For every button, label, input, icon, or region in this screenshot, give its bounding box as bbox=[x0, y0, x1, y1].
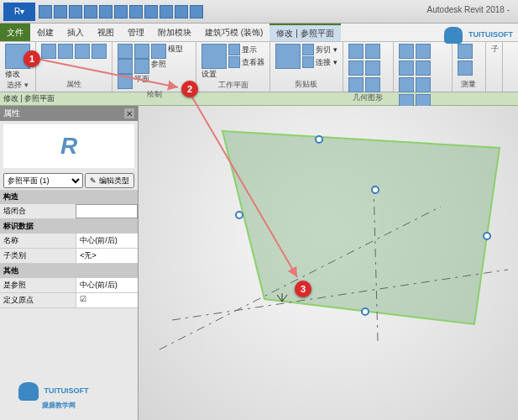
join-icon[interactable] bbox=[302, 56, 314, 68]
qat-section-icon[interactable] bbox=[160, 5, 173, 18]
ribbon-group-geom: 几何图形 bbox=[343, 42, 394, 92]
measure-icon-2[interactable] bbox=[458, 60, 473, 76]
qat-3d-icon[interactable] bbox=[144, 5, 158, 18]
grip-right[interactable] bbox=[484, 233, 490, 239]
qat-redo-icon[interactable] bbox=[84, 5, 97, 18]
ribbon-group-geom-label: 几何图形 bbox=[348, 92, 388, 103]
ribbon-group-sub: 子 bbox=[486, 42, 503, 92]
ribbon-group-workplane-label: 工作平面 bbox=[201, 80, 264, 91]
ribbon-group-measure: 测量 bbox=[453, 42, 486, 92]
geom-icon-2[interactable] bbox=[365, 44, 380, 59]
qat-print-icon[interactable] bbox=[99, 5, 112, 18]
circle-tool-icon[interactable] bbox=[151, 44, 166, 59]
geom-icon-5[interactable] bbox=[348, 77, 364, 92]
mod-icon-4[interactable] bbox=[416, 60, 431, 76]
paste-icon[interactable] bbox=[275, 44, 301, 69]
props-icon-2[interactable] bbox=[58, 44, 73, 59]
wallclosure-input[interactable] bbox=[76, 204, 138, 218]
set-plane-icon[interactable] bbox=[201, 44, 227, 69]
measure-icon-1[interactable] bbox=[458, 44, 473, 59]
qat-save-icon[interactable] bbox=[54, 5, 67, 18]
modify-tool-label: 修改 bbox=[5, 69, 30, 80]
prop-row-subcat[interactable]: 子类别 <无> bbox=[0, 249, 138, 264]
mod-icon-1[interactable] bbox=[399, 44, 414, 59]
prop-row-name[interactable]: 名称 中心(前/后) bbox=[0, 234, 138, 249]
callout-2: 2 bbox=[181, 81, 198, 97]
main-area: 属性 ✕ R 参照平面 (1) ✎ 编辑类型 构造 墙闭合 标识数据 名称 中心… bbox=[0, 106, 518, 420]
geom-icon-1[interactable] bbox=[348, 44, 364, 59]
grip-top[interactable] bbox=[316, 136, 322, 143]
app-menu-button[interactable]: R▾ bbox=[3, 3, 35, 21]
ribbon-tabs: 文件 创建 插入 视图 管理 附加模块 建筑巧模 (装饰) 修改 | 参照平面 bbox=[0, 24, 518, 42]
pick-tool-icon[interactable] bbox=[118, 74, 133, 89]
watermark-top: TUITUISOFT bbox=[444, 27, 513, 44]
grip-left[interactable] bbox=[236, 212, 243, 218]
prop-cat-other: 其他 bbox=[0, 264, 138, 278]
scene-svg bbox=[139, 106, 518, 420]
prop-cat-identity: 标识数据 bbox=[0, 219, 138, 234]
grip-axis[interactable] bbox=[372, 186, 379, 193]
type-preview: R bbox=[3, 124, 134, 168]
edit-type-button[interactable]: ✎ 编辑类型 bbox=[85, 173, 134, 188]
properties-title-bar[interactable]: 属性 ✕ bbox=[0, 106, 138, 121]
qat-close-icon[interactable] bbox=[175, 5, 188, 18]
tab-arch[interactable]: 建筑巧模 (装饰) bbox=[198, 24, 269, 41]
ellipse-tool-icon[interactable] bbox=[134, 59, 149, 74]
qat-sync-icon[interactable] bbox=[114, 5, 128, 18]
elephant-icon bbox=[18, 382, 39, 401]
prop-row-wallclosure[interactable]: 墙闭合 bbox=[0, 204, 138, 219]
prop-cat-construction: 构造 bbox=[0, 190, 138, 204]
grip-bottom[interactable] bbox=[362, 308, 369, 315]
geom-icon-6[interactable] bbox=[365, 77, 380, 92]
properties-title: 属性 bbox=[3, 108, 20, 119]
elephant-icon-2 bbox=[444, 27, 463, 44]
geom-icon-4[interactable] bbox=[365, 60, 380, 76]
prop-row-isref[interactable]: 是参照 中心(前/后) bbox=[0, 278, 138, 293]
quick-access-toolbar: R▾ Autodesk Revit 2018 - bbox=[0, 0, 518, 24]
geom-icon-3[interactable] bbox=[348, 60, 364, 76]
watermark-bottom: TUITUISOFT 腿腿教学网 bbox=[18, 382, 89, 410]
deforigin-checkbox[interactable] bbox=[76, 293, 138, 307]
arc-tool-icon[interactable] bbox=[134, 44, 149, 59]
callout-3: 3 bbox=[295, 281, 311, 297]
reference-plane[interactable] bbox=[222, 131, 500, 324]
qat-open-icon[interactable] bbox=[39, 5, 52, 18]
ribbon: 修改 选择 ▾ 属性 模型 参照 平面 绘制 bbox=[0, 42, 518, 92]
mod-icon-5[interactable] bbox=[399, 77, 414, 92]
tab-insert[interactable]: 插入 bbox=[60, 24, 91, 41]
viewer-icon[interactable] bbox=[228, 56, 240, 68]
close-icon[interactable]: ✕ bbox=[124, 108, 134, 118]
spline-tool-icon[interactable] bbox=[118, 59, 133, 74]
mod-icon-3[interactable] bbox=[399, 60, 414, 76]
tab-view[interactable]: 视图 bbox=[91, 24, 121, 41]
props-icon-4[interactable] bbox=[92, 44, 107, 59]
ribbon-group-clipboard-label: 剪贴板 bbox=[275, 79, 337, 90]
props-icon-1[interactable] bbox=[41, 44, 56, 59]
mod-icon-6[interactable] bbox=[416, 77, 431, 92]
properties-panel: 属性 ✕ R 参照平面 (1) ✎ 编辑类型 构造 墙闭合 标识数据 名称 中心… bbox=[0, 106, 139, 420]
tab-create[interactable]: 创建 bbox=[30, 24, 60, 41]
tab-file[interactable]: 文件 bbox=[0, 24, 30, 41]
ribbon-group-modify: 修改 bbox=[394, 42, 453, 92]
tab-manage[interactable]: 管理 bbox=[121, 24, 151, 41]
qat-measure-icon[interactable] bbox=[129, 5, 143, 18]
ribbon-group-select-label: 选择 ▾ bbox=[5, 80, 30, 91]
qat-undo-icon[interactable] bbox=[69, 5, 82, 18]
props-icon-3[interactable] bbox=[75, 44, 90, 59]
model-viewport[interactable] bbox=[139, 106, 518, 420]
ribbon-group-props: 属性 bbox=[36, 42, 112, 92]
ribbon-group-workplane: 显示 查看器 设置 工作平面 bbox=[196, 42, 270, 92]
prop-row-deforigin[interactable]: 定义原点 bbox=[0, 293, 138, 308]
ribbon-group-measure-label: 测量 bbox=[458, 79, 480, 90]
show-plane-icon[interactable] bbox=[228, 44, 240, 55]
qat-switch-icon[interactable] bbox=[190, 5, 203, 18]
tab-addins[interactable]: 附加模块 bbox=[151, 24, 198, 41]
cut-icon[interactable] bbox=[302, 44, 314, 55]
line-tool-icon[interactable] bbox=[118, 44, 133, 59]
options-bar-label: 修改 | 参照平面 bbox=[3, 93, 55, 104]
app-title: Autodesk Revit 2018 - bbox=[427, 5, 510, 14]
mod-icon-2[interactable] bbox=[416, 44, 431, 59]
callout-1: 1 bbox=[24, 50, 40, 67]
type-selector[interactable]: 参照平面 (1) bbox=[3, 173, 83, 188]
tab-modify-refplane[interactable]: 修改 | 参照平面 bbox=[269, 24, 340, 41]
